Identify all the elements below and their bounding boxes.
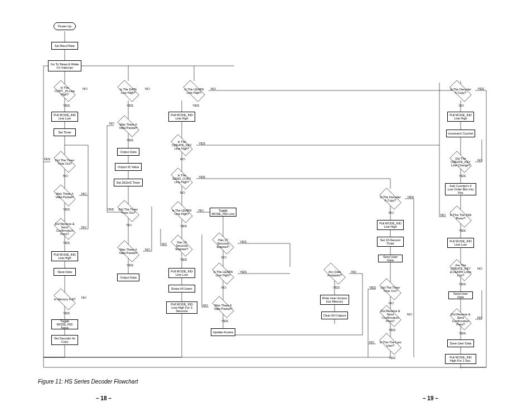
- node-write-ua: Write User Access Into Memory: [320, 295, 349, 305]
- node-copy-in: Is The COPY_IN Line High?: [50, 81, 79, 101]
- node-set-baud: Set Baud Rate: [51, 42, 78, 50]
- node-learn-high-2: Is The LEARN Line High?: [167, 202, 196, 222]
- label-no: NO: [369, 341, 374, 344]
- node-recv-conf-3: Did Receive & Send Confirmation Pass?: [446, 309, 475, 329]
- node-erase-all: Erase All Users: [168, 285, 195, 293]
- node-out-data-2: Output Data: [117, 274, 139, 281]
- node-send-ud-1: Send User Data: [378, 255, 403, 262]
- label-yes: YES: [43, 157, 50, 161]
- node-dec-copy-1: Is The Decoder A Copy?: [376, 189, 405, 209]
- node-pull-low-2: Pull MODE_IND Line Low: [168, 268, 195, 278]
- label-yes: YES: [180, 258, 187, 261]
- label-yes: YES: [127, 138, 133, 142]
- label-no: NO: [180, 191, 185, 194]
- node-clear-out: Clear All Outputs: [321, 312, 348, 319]
- node-10s: Has 10 Seconds Elapsed?: [167, 236, 196, 256]
- node-valid-pkt-1: Was There A Valid Packet?: [50, 185, 79, 205]
- figure-caption: Figure 11: HS Series Decoder Flowchart: [38, 379, 138, 385]
- node-save-data-1: Save Data: [54, 268, 76, 276]
- label-yes: YES: [459, 229, 466, 232]
- label-yes: YES: [127, 264, 133, 267]
- node-learn-high: Is The LEARN Line High?: [180, 81, 209, 101]
- node-out-id: Output ID Value: [115, 163, 142, 171]
- page-number-right: – 19 –: [423, 395, 438, 401]
- node-any-data: Any Data Accepted?: [320, 264, 349, 284]
- label-yes: YES: [107, 208, 114, 211]
- label-no: NO: [83, 87, 88, 90]
- label-no: NO: [81, 226, 86, 229]
- node-sleep: Go To Sleep & Wake On Interrupt: [48, 60, 81, 71]
- node-learn-low: Are The CREATE_KEY & LEARN Lines Low?: [446, 260, 475, 280]
- node-valid-pkt-2: Was There A Valid Packet?: [114, 116, 143, 136]
- node-inc-ctr: Increment Counter: [446, 130, 475, 137]
- node-set-timer: Set Timer: [54, 128, 76, 136]
- label-yes: YES: [63, 104, 70, 107]
- label-yes: YES: [477, 87, 484, 90]
- label-no: NO: [180, 157, 185, 161]
- label-no: NO: [162, 242, 167, 246]
- label-no: NO: [351, 270, 356, 274]
- label-no: NO: [81, 296, 86, 299]
- node-create-key: Is The CREATE_KEY Line High?: [167, 135, 196, 155]
- label-no: NO: [203, 304, 208, 307]
- label-yes: YES: [180, 224, 187, 228]
- node-valid-pkt-3: Was There A Valid Packet?: [114, 241, 143, 261]
- label-no: NO: [389, 211, 394, 214]
- node-set-262: Set 262mS Timer: [114, 179, 143, 186]
- label-no: NO: [145, 87, 150, 90]
- label-no: NO: [459, 104, 464, 107]
- node-pull-high-3: Pull MODE_IND Line High For 3 Seconds: [166, 301, 197, 314]
- node-pull-high-5: Pull MODE_IND Line High: [447, 112, 474, 122]
- label-no: NO: [477, 159, 482, 162]
- label-yes: YES: [221, 319, 228, 323]
- node-timer-out-3: Did The Timer Time Out?: [376, 279, 405, 299]
- label-no: NO: [221, 256, 226, 259]
- node-17s: Has 17 Seconds Elapsed?: [209, 233, 238, 253]
- label-yes: YES: [459, 332, 466, 335]
- page-number-left: – 18 –: [96, 395, 112, 401]
- label-no: NO: [127, 223, 132, 227]
- node-set-dec-copy: Set Decoder As Copy: [51, 335, 78, 345]
- label-no: NO: [477, 316, 482, 319]
- node-save-ud: Save User Data: [447, 339, 474, 347]
- node-update-access: Update Access: [211, 328, 235, 336]
- label-yes: YES: [459, 174, 466, 178]
- label-yes: YES: [63, 312, 70, 315]
- node-learn-high-3: Is The LEARN Line High?: [209, 264, 238, 284]
- label-yes: YES: [333, 286, 340, 289]
- label-yes: YES: [63, 208, 70, 211]
- node-set-10s: Set 10-Second Timer: [377, 237, 404, 247]
- label-yes: YES: [240, 270, 246, 274]
- label-yes: YES: [199, 142, 205, 145]
- label-no: NO: [199, 209, 204, 212]
- label-yes: YES: [407, 195, 414, 199]
- node-send-ud-2: Send User Data: [448, 291, 473, 299]
- node-toggle-twice: Toggle MODE_IND Twice: [51, 319, 78, 329]
- label-no: NO: [441, 213, 446, 217]
- node-dec-copy-2: Is The Decoder A Copy?: [446, 81, 475, 101]
- node-add-bits: Add Counter's 4 Low Order Bits Into Key: [445, 183, 476, 195]
- node-pull-high-2: Pull MODE_IND Line High: [168, 112, 195, 122]
- node-tenth: Is This The 10th Press?: [446, 207, 475, 227]
- label-no: NO: [145, 248, 150, 251]
- node-last-user: Is This The Last User?: [376, 334, 405, 354]
- node-data-high: Is The DATA Line High?: [114, 81, 143, 101]
- node-valid-pkt-4: Was There A Valid Packet?: [209, 297, 238, 317]
- node-pull-high-4: Pull MODE_IND Line High: [377, 220, 404, 230]
- label-no: NO: [63, 174, 68, 178]
- label-yes: YES: [192, 104, 199, 107]
- label-no: NO: [221, 286, 226, 289]
- label-no: NO: [477, 267, 482, 270]
- label-no: NO: [81, 192, 86, 195]
- node-toggle-line: Toggle MODE_IND Line: [210, 208, 236, 217]
- node-mem-full: Is Memory Full?: [50, 289, 79, 309]
- node-timer-out-1: Did The Timer Time Out?: [50, 152, 79, 172]
- node-pull-high-1: Pull MODE_IND Line High: [51, 251, 78, 261]
- node-pull-high-6: Pull MODE_IND High For 1 Sec.: [445, 354, 476, 364]
- label-no: NO: [407, 313, 412, 316]
- label-yes: YES: [127, 104, 133, 107]
- node-pull-low-1: Pull MODE_IND Line Low: [51, 112, 78, 122]
- node-ck-change: Did The CREATE_KEY Line Change?: [446, 152, 475, 172]
- label-yes: YES: [63, 241, 70, 245]
- node-recv-conf-1: Did Receive & Send Confirmation Pass?: [50, 219, 79, 239]
